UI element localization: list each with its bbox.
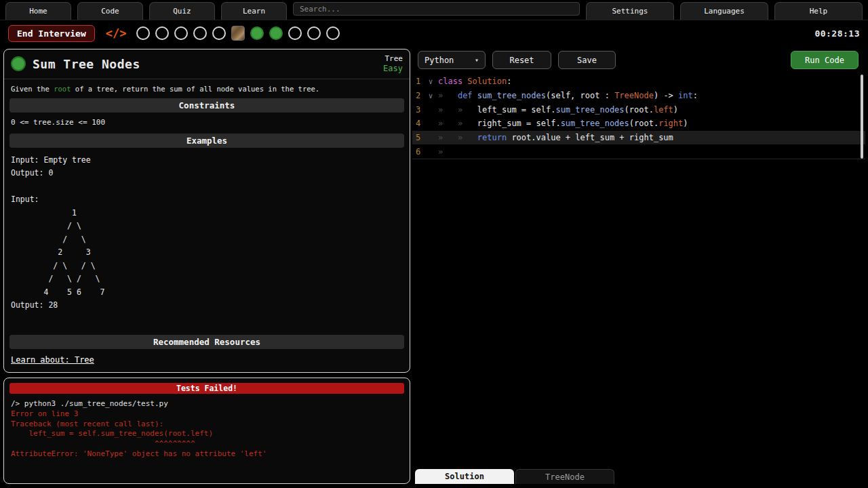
problem-difficulty: Easy [383,64,403,74]
code-token: def [458,91,473,100]
console-command: /> python3 ./sum_tree_nodes/test.py [11,399,403,409]
resource-link[interactable]: Learn about: Tree [11,355,94,365]
run-code-button[interactable]: Run Code [791,51,859,69]
problem-header: Sum Tree Nodes Tree Easy [4,49,410,79]
indent-guide-icon: » [438,105,458,115]
editor-toolbar: Python ▾ Reset Save Run Code [418,51,859,70]
code-token: ) [673,105,678,115]
save-button[interactable]: Save [558,51,616,69]
code-token: sum_tree_nodes [555,105,624,115]
nav-tab-learn[interactable]: Learn [221,2,287,20]
code-line-5[interactable]: 5» » return root.value + left_sum + righ… [412,131,865,145]
nav-tab-quiz[interactable]: Quiz [149,2,215,20]
code-token: right_sum = self. [477,119,561,128]
tests-status-banner: Tests Failed! [9,383,404,394]
code-token: sum_tree_nodes [477,91,546,100]
nav-tab-languages[interactable]: Languages [680,2,768,20]
description-prefix: Given the [11,85,54,93]
code-line-2[interactable]: 2∨» def sum_tree_nodes(self, root : Tree… [412,89,865,103]
code-line-3[interactable]: 3» » left_sum = self.sum_tree_nodes(root… [412,102,865,117]
code-token: sum_tree_nodes [561,119,629,128]
editor-tabs: Solution TreeNode [415,469,614,484]
code-token: (self, root : [546,91,614,100]
problem-description: Given the root of a tree, return the sum… [4,79,410,96]
line-number: 2 [412,91,423,100]
line-number: 4 [412,119,423,128]
fold-chevron-icon[interactable]: ∨ [423,77,438,86]
code-token: int [678,91,693,100]
avatar[interactable] [231,26,245,41]
language-select[interactable]: Python ▾ [418,51,486,69]
line-number: 6 [412,147,423,157]
session-bar: End Interview </> 00:28:13 [0,20,868,46]
problem-meta: Tree Easy [383,54,403,74]
test-console: /> python3 ./sum_tree_nodes/test.py Erro… [4,397,410,462]
code-token: (root. [625,105,654,115]
code-token: : [507,77,511,86]
console-error-output: Error on line 3 Traceback (most recent c… [11,409,403,460]
problem-category: Tree [383,54,403,64]
code-token [462,77,467,86]
code-line-1[interactable]: 1∨class Solution: [412,75,865,89]
progress-dot-empty[interactable] [155,26,169,40]
tab-solution[interactable]: Solution [415,469,514,484]
progress-dot-empty[interactable] [307,26,321,40]
code-token: ) [683,119,688,128]
code-token: : [693,91,698,100]
end-interview-button[interactable]: End Interview [8,25,95,42]
code-lines: 1∨class Solution:2∨» def sum_tree_nodes(… [412,75,865,159]
examples-text: Input: Empty tree Output: 0 Input: 1 / \… [4,150,410,316]
fold-chevron-icon[interactable]: ∨ [423,92,438,100]
progress-dot-complete[interactable] [269,26,283,40]
indent-guide-icon: » [438,91,458,100]
progress-dot-empty[interactable] [212,26,226,40]
indent-guide-icon: » [458,119,477,128]
nav-tab-help[interactable]: Help [774,2,863,20]
code-token: (root. [629,119,658,128]
progress-dot-empty[interactable] [174,26,188,40]
constraints-header: Constraints [9,98,404,113]
chevron-down-icon: ▾ [475,56,479,64]
code-line-6[interactable]: 6» [412,144,865,159]
top-nav: Home Code Quiz Learn Settings Languages … [0,0,868,20]
progress-dot-empty[interactable] [193,26,207,40]
progress-dot-empty[interactable] [288,26,302,40]
indent-guide-icon: » [438,133,458,142]
code-line-4[interactable]: 4» » right_sum = self.sum_tree_nodes(roo… [412,117,865,131]
line-number: 1 [412,77,423,86]
session-timer: 00:28:13 [814,28,860,39]
tab-treenode[interactable]: TreeNode [515,469,614,484]
language-select-value: Python [425,56,454,65]
code-token: root.value + left_sum + right_sum [507,133,673,142]
search-input[interactable] [293,2,580,16]
nav-tab-home[interactable]: Home [5,2,71,20]
problem-panel: Sum Tree Nodes Tree Easy Given the root … [3,49,410,373]
progress-dot-empty[interactable] [326,26,340,40]
nav-tab-settings[interactable]: Settings [586,2,674,20]
progress-dot-empty[interactable] [136,26,150,40]
indent-guide-icon: » [458,133,477,142]
nav-tab-code[interactable]: Code [77,2,143,20]
resources-section: Recommended Resources Learn about: Tree [4,332,410,372]
problem-status-icon [11,56,26,71]
progress-dot-complete[interactable] [250,26,264,40]
code-token [473,91,477,100]
indent-guide-icon: » [458,105,477,115]
code-token: ) -> [654,91,678,100]
tests-panel: Tests Failed! /> python3 ./sum_tree_node… [3,378,410,484]
code-editor[interactable]: 1∨class Solution:2∨» def sum_tree_nodes(… [412,75,865,466]
resources-header: Recommended Resources [9,335,404,349]
description-suffix: of a tree, return the sum of all node va… [71,85,320,93]
code-token: return [477,133,507,142]
scrollbar-thumb[interactable] [861,75,863,159]
code-token: left_sum = self. [477,105,556,115]
problem-title: Sum Tree Nodes [33,57,140,71]
constraints-text: 0 <= tree.size <= 100 [4,115,410,131]
code-token: TreeNode [614,91,654,100]
reset-button[interactable]: Reset [492,51,551,69]
indent-guide-icon: » [438,147,443,157]
code-token: left [654,105,673,115]
code-token: class [438,77,462,86]
line-number: 5 [412,133,423,142]
indent-guide-icon: » [438,119,458,128]
